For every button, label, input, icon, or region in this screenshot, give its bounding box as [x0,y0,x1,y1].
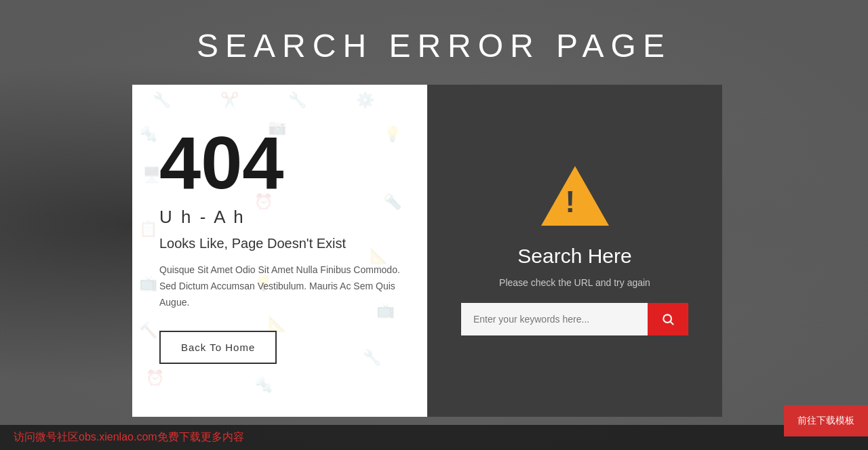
search-icon [661,312,675,326]
search-form [461,303,688,335]
error-code: 404 [159,125,400,200]
warning-triangle-icon [541,166,609,226]
bottom-bar: 访问微号社区obs.xienlao.com免费下载更多内容 [0,425,868,450]
right-panel: Search Here Please check the URL and try… [427,85,722,417]
left-panel: 🔧 ✂️ 🔧 ⚙️ 🔩 💡 🖥️ 🔦 📋 📐 📺 📺 🔨 🔧 ⏰ 🔩 📷 ⏰ 💡 [132,85,427,417]
deco-icon-9: 📋 [139,220,157,238]
warning-icon-wrap [541,166,609,228]
deco-icon-2: ✂️ [220,91,239,109]
search-here-title: Search Here [517,245,631,268]
deco-icon-4: ⚙️ [356,91,374,109]
search-button[interactable] [648,303,688,335]
deco-icon-16: 🔩 [254,376,273,394]
download-template-button[interactable]: 前往下载模板 [784,405,868,436]
uh-ah-text: U h - A h [159,207,400,228]
svg-line-1 [671,322,673,325]
deco-icon-3: 🔧 [288,91,307,109]
page-title: SEARCH ERROR PAGE [0,0,868,85]
deco-icon-15: ⏰ [146,369,164,387]
back-home-button[interactable]: Back To Home [159,331,277,364]
deco-icon-14: 🔧 [363,349,381,367]
deco-icon-20: 📐 [268,315,286,333]
main-content: 🔧 ✂️ 🔧 ⚙️ 🔩 💡 🖥️ 🔦 📋 📐 📺 📺 🔨 🔧 ⏰ 🔩 📷 ⏰ 💡 [132,85,729,417]
not-exist-text: Looks Like, Page Doesn't Exist [159,236,400,251]
deco-icon-11: 📺 [139,274,157,292]
page-wrapper: SEARCH ERROR PAGE 🔧 ✂️ 🔧 ⚙️ 🔩 💡 🖥️ 🔦 📋 📐… [0,0,868,450]
search-input[interactable] [461,303,648,335]
deco-icon-5: 🔩 [139,125,157,143]
search-description: Please check the URL and try again [499,277,650,288]
description-text: Quisque Sit Amet Odio Sit Amet Nulla Fin… [159,262,400,310]
deco-icon-1: 🔧 [153,91,171,109]
bottom-bar-text: 访问微号社区obs.xienlao.com免费下载更多内容 [14,431,244,443]
deco-icon-13: 🔨 [139,322,157,340]
deco-icon-7: 🖥️ [142,166,161,184]
